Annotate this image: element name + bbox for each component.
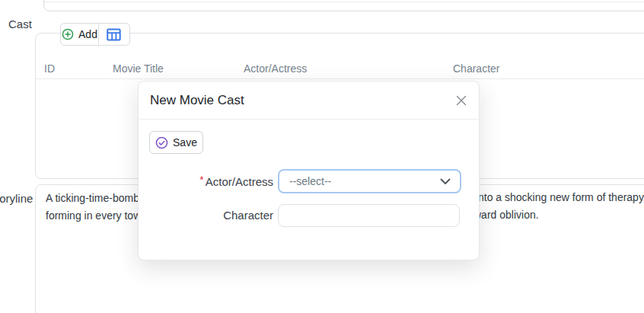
- select-current-value: --select--: [289, 171, 331, 192]
- add-cast-button[interactable]: Add: [61, 24, 98, 45]
- modal-close-button[interactable]: [454, 93, 469, 108]
- storyline-line2-right: ward oblivion.: [473, 209, 539, 222]
- modal-title: New Movie Cast: [150, 81, 244, 119]
- character-label: Character: [139, 204, 273, 227]
- chevron-down-icon: [440, 178, 451, 185]
- storyline-label: Storyline: [0, 192, 33, 205]
- character-label-text: Character: [223, 209, 273, 222]
- actor-actress-label: *Actor/Actress: [139, 170, 273, 194]
- modal-header: New Movie Cast: [139, 81, 479, 120]
- column-header-actor-actress: Actor/Actress: [244, 62, 307, 75]
- character-input[interactable]: [278, 204, 460, 227]
- movie-edit-page: Cast Add ID Movie Title Actor: [0, 0, 644, 313]
- column-header-character: Character: [453, 62, 499, 75]
- actor-actress-select[interactable]: --select--: [278, 169, 461, 193]
- table-icon: [107, 28, 121, 41]
- cropped-panel-row-divider: [44, 2, 644, 2]
- required-asterisk: *: [199, 174, 203, 186]
- add-button-label: Add: [78, 28, 97, 40]
- check-circle-icon: [155, 136, 168, 149]
- column-header-movie-title: Movie Title: [113, 62, 164, 75]
- save-button-label: Save: [173, 136, 197, 149]
- cast-toolbar: Add: [60, 23, 130, 46]
- storyline-line1-right: nto a shocking new form of therapy. Thei…: [478, 191, 644, 204]
- new-movie-cast-modal: New Movie Cast Save *Actor/Actress: [138, 81, 480, 260]
- plus-circle-icon: [62, 28, 74, 40]
- close-icon: [454, 94, 468, 107]
- actor-actress-label-text: Actor/Actress: [206, 175, 273, 188]
- column-header-id: ID: [44, 62, 55, 75]
- cast-label: Cast: [8, 18, 32, 30]
- table-view-button[interactable]: [99, 24, 129, 45]
- table-header-divider: [36, 78, 644, 79]
- save-button[interactable]: Save: [149, 131, 203, 154]
